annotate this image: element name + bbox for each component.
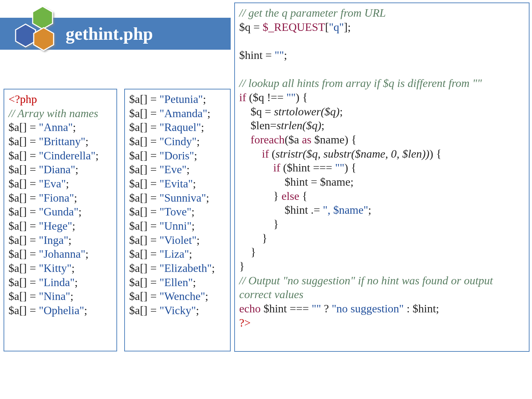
code-token: "Violet" (160, 234, 197, 246)
code-box-array-part-1: <?php// Array with names$a[] = "Anna";$a… (4, 89, 117, 351)
code-token: $a[] = (9, 304, 39, 317)
code-token: strtolower($q) (274, 105, 340, 118)
code-token: $hint = $name; (239, 175, 353, 188)
code-token (239, 147, 262, 160)
code-line: } (239, 231, 525, 246)
code-token: ; (194, 149, 197, 162)
code-token: ; (73, 121, 76, 133)
code-token: ; (86, 247, 89, 260)
code-token: "Fiona" (39, 191, 74, 204)
code-line: } (239, 245, 525, 259)
code-token: stristr($q, substr($name, 0, $len)) (275, 147, 429, 160)
code-line: $a[] = "Wenche"; (129, 289, 226, 304)
code-line: foreach($a as $name) { (239, 133, 525, 147)
code-token: // lookup all hints from array if $q is … (239, 77, 482, 89)
code-token: $a[] = (129, 107, 160, 120)
code-line: $a[] = "Anna"; (9, 120, 113, 135)
code-token (239, 133, 251, 146)
code-line: // get the q parameter from URL (239, 6, 525, 20)
code-token: $a[] = (9, 191, 39, 204)
code-token: : $hint; (404, 302, 439, 315)
code-token: ) { (296, 91, 308, 104)
code-line: $a[] = "Hege"; (9, 219, 113, 233)
code-token: ]; (344, 21, 351, 33)
svg-marker-0 (33, 6, 53, 29)
code-token: ) { (429, 147, 441, 160)
code-token: ; (84, 304, 87, 317)
code-line: $a[] = "Eve"; (129, 163, 226, 177)
code-line: $a[] = "Linda"; (9, 275, 113, 290)
code-token: ; (78, 205, 82, 218)
code-token: $a[] = (9, 219, 39, 232)
code-token: } (239, 260, 245, 273)
code-token: $a[] = (129, 234, 160, 246)
code-token: "Tove" (160, 205, 192, 218)
code-token: $a[] = (9, 149, 39, 162)
code-token: ; (284, 49, 287, 61)
code-line: $a[] = "Kitty"; (9, 261, 113, 275)
code-line: echo $hint === "" ? "no suggestion" : $h… (239, 302, 525, 316)
code-token: ; (74, 191, 77, 204)
code-token: "Inga" (39, 234, 68, 246)
code-token: "Cindy" (160, 135, 197, 148)
code-token: ; (193, 177, 196, 190)
code-token: if (273, 161, 280, 174)
code-line: if ($hint === "") { (239, 161, 525, 175)
code-token: ; (71, 262, 75, 274)
code-token: } (239, 190, 281, 202)
code-line: $a[] = "Unni"; (129, 219, 226, 233)
code-line: $a[] = "Cindy"; (129, 135, 226, 149)
code-line: } else { (239, 189, 525, 203)
code-token: ; (201, 121, 204, 133)
code-token: "Ophelia" (39, 304, 84, 317)
code-token: "Vicky" (160, 304, 196, 317)
code-token: else (281, 190, 299, 202)
code-token: // Output "no suggestion" if no hint was… (239, 274, 496, 301)
code-token: "no suggestion" (332, 302, 404, 315)
code-token: "Raquel" (160, 121, 201, 133)
code-token: "Doris" (160, 149, 194, 162)
code-token: "Brittany" (39, 135, 86, 148)
code-token: ; (70, 290, 73, 302)
code-token: $a[] = (129, 247, 160, 260)
code-token: "Sunniva" (160, 191, 206, 204)
hexagon-logo-icon (13, 6, 60, 57)
code-token (239, 34, 242, 47)
code-token: "Petunia" (160, 93, 203, 105)
code-token: ; (368, 203, 371, 216)
code-line: // lookup all hints from array if $q is … (239, 76, 525, 91)
code-token: $a[] = (129, 205, 160, 218)
code-token: ; (212, 262, 215, 274)
code-line: $a[] = "Liza"; (129, 247, 226, 261)
code-token (239, 63, 242, 76)
code-token: ; (75, 163, 78, 176)
code-token: ? (321, 302, 331, 315)
code-line: $a[] = "Cinderella"; (9, 149, 113, 163)
code-line: <?php (9, 92, 113, 106)
code-token: if (262, 147, 269, 160)
code-token: ; (207, 107, 210, 120)
code-token: "Ellen" (160, 276, 193, 289)
code-token: "Linda" (39, 276, 75, 289)
code-token: $a[] = (129, 149, 160, 162)
code-token: $a[] = (9, 177, 39, 190)
code-token: foreach (251, 133, 285, 146)
code-token: $a[] = (9, 247, 39, 260)
code-token: ($a (285, 133, 302, 146)
code-token: ; (340, 105, 343, 118)
code-line: $a[] = "Diana"; (9, 163, 113, 177)
code-token: "Eve" (160, 163, 187, 176)
code-line: // Array with names (9, 106, 113, 121)
code-token: "" (286, 91, 296, 104)
code-token: $q = (239, 105, 274, 118)
code-token: as (302, 133, 312, 146)
code-line: $a[] = "Petunia"; (129, 92, 226, 106)
code-line: $a[] = "Johanna"; (9, 247, 113, 261)
code-line: $a[] = "Evita"; (129, 177, 226, 191)
code-token: ; (197, 234, 200, 246)
code-token: // Array with names (9, 107, 98, 120)
code-token: $a[] = (129, 191, 160, 204)
code-token: $a[] = (129, 219, 160, 232)
code-token: "Amanda" (160, 107, 208, 120)
code-token: "Johanna" (39, 247, 86, 260)
